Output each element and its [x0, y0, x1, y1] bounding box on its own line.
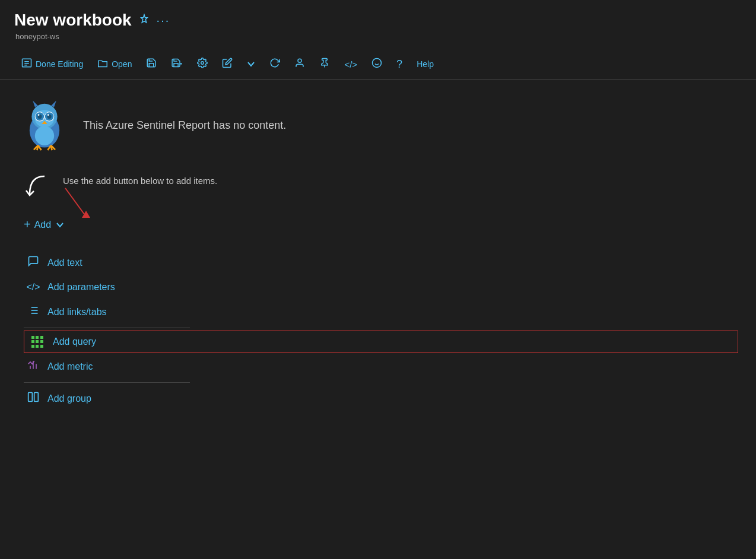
- svg-marker-12: [33, 100, 38, 107]
- code-icon: </>: [344, 59, 357, 69]
- add-button[interactable]: + Add: [24, 218, 51, 231]
- svg-marker-13: [51, 100, 56, 107]
- save-as-icon: [171, 58, 183, 71]
- add-links-label: Add links/tabs: [47, 307, 107, 317]
- help-q-button[interactable]: ?: [389, 55, 409, 74]
- add-query-label: Add query: [53, 336, 96, 347]
- add-group-icon: [26, 391, 40, 406]
- user-icon: [294, 58, 305, 71]
- edit-chevron-button[interactable]: [240, 55, 262, 73]
- pin-icon[interactable]: [139, 14, 150, 27]
- page-title: New workbook: [14, 11, 132, 30]
- svg-line-31: [65, 188, 86, 217]
- save-icon: [146, 58, 157, 71]
- add-group-item[interactable]: Add group: [24, 385, 738, 412]
- open-button[interactable]: Open: [90, 55, 139, 74]
- add-text-label: Add text: [47, 258, 82, 268]
- done-editing-icon: [21, 58, 32, 71]
- add-parameters-icon: </>: [26, 282, 40, 293]
- open-icon: [97, 58, 108, 70]
- divider-above-query: [24, 328, 190, 328]
- empty-state: This Azure Sentinel Report has no conten…: [18, 97, 738, 153]
- help-label: Help: [417, 59, 434, 69]
- red-arrow-indicator: [53, 182, 101, 224]
- arrow-hint-icon: [24, 173, 53, 206]
- svg-point-4: [201, 62, 204, 65]
- emoji-icon: [371, 58, 382, 71]
- more-options-icon[interactable]: ···: [157, 14, 170, 27]
- emoji-button[interactable]: [364, 54, 389, 74]
- add-button-row: + Add: [24, 218, 738, 231]
- svg-point-24: [35, 126, 54, 145]
- add-parameters-item[interactable]: </> Add parameters: [24, 276, 738, 298]
- pin-toolbar-button[interactable]: [312, 54, 337, 74]
- add-links-icon: [26, 304, 40, 319]
- edit-icon: [222, 58, 233, 71]
- toolbar: Done Editing Open: [0, 49, 756, 80]
- add-metric-item[interactable]: Add metric: [24, 353, 738, 380]
- svg-rect-42: [28, 393, 33, 402]
- svg-point-5: [298, 59, 301, 62]
- add-query-icon: [31, 336, 46, 348]
- chevron-down-icon: [247, 59, 255, 69]
- refresh-icon: [269, 58, 280, 71]
- add-query-item[interactable]: Add query: [24, 331, 738, 353]
- save-button[interactable]: [139, 54, 164, 74]
- menu-list: Add text </> Add parameters Add links/ta…: [24, 249, 738, 412]
- pin-toolbar-icon: [319, 58, 330, 71]
- settings-button[interactable]: [190, 54, 215, 74]
- refresh-button[interactable]: [262, 54, 287, 74]
- header: New workbook ··· honeypot-ws: [0, 0, 756, 45]
- done-editing-button[interactable]: Done Editing: [14, 54, 90, 74]
- main-content: This Azure Sentinel Report has no conten…: [0, 80, 756, 412]
- add-text-item[interactable]: Add text: [24, 249, 738, 276]
- divider-below-metric: [24, 382, 190, 383]
- add-group-label: Add group: [47, 393, 91, 404]
- plus-icon: +: [24, 218, 31, 231]
- help-button[interactable]: Help: [409, 56, 441, 72]
- title-row: New workbook ···: [14, 11, 742, 30]
- help-q-icon: ?: [396, 58, 402, 71]
- settings-icon: [197, 58, 208, 71]
- user-button[interactable]: [287, 54, 312, 74]
- add-text-icon: [26, 255, 40, 270]
- hint-section: Use the add button below to add items.: [24, 171, 738, 206]
- done-editing-label: Done Editing: [36, 59, 83, 69]
- subtitle: honeypot-ws: [14, 32, 742, 41]
- code-button[interactable]: </>: [337, 56, 364, 73]
- svg-point-7: [373, 59, 382, 68]
- svg-point-21: [38, 114, 40, 116]
- svg-point-22: [47, 114, 49, 116]
- add-links-item[interactable]: Add links/tabs: [24, 298, 738, 325]
- save-as-button[interactable]: [164, 54, 190, 74]
- add-metric-label: Add metric: [47, 361, 93, 372]
- owl-illustration: [18, 97, 71, 153]
- add-label: Add: [34, 220, 51, 230]
- add-metric-icon: [26, 359, 40, 374]
- add-parameters-label: Add parameters: [47, 282, 115, 293]
- edit-button[interactable]: [215, 54, 240, 74]
- svg-rect-43: [34, 393, 39, 402]
- empty-state-message: This Azure Sentinel Report has no conten…: [83, 119, 286, 132]
- open-label: Open: [112, 59, 132, 69]
